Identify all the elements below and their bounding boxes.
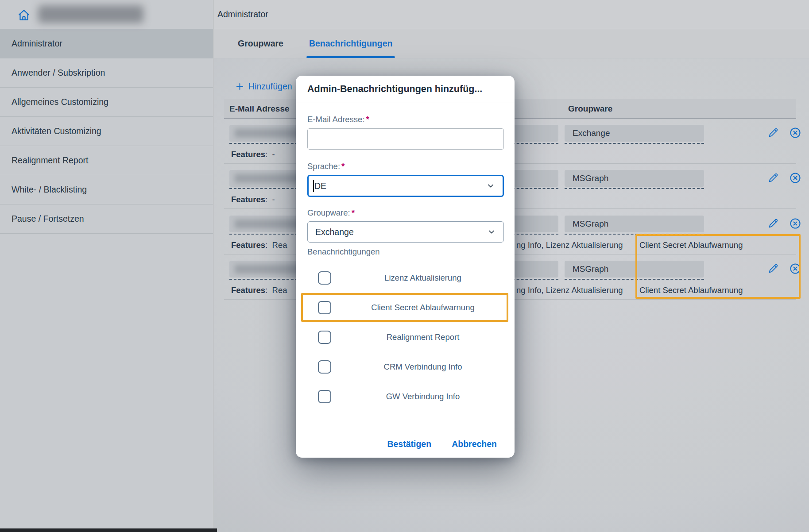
checkbox-label: Realignment Report	[337, 332, 509, 342]
tab-groupware[interactable]: Groupware	[238, 29, 283, 58]
home-icon[interactable]	[17, 8, 31, 22]
page-header: Administrator	[214, 0, 809, 29]
edit-icon[interactable]	[767, 172, 779, 184]
sidebar-item-anwender-subskription[interactable]: Anwender / Subskription	[0, 58, 213, 88]
highlight-box-table	[635, 234, 801, 299]
window-bottom-strip	[0, 528, 217, 532]
sidebar-item-realignment-report[interactable]: Realignment Report	[0, 146, 213, 175]
required-marker: *	[352, 208, 355, 217]
groupware-label: Groupware:*	[307, 208, 504, 218]
groupware-select-value: Exchange	[315, 227, 354, 237]
notification-option-lizenz-aktualisierung: Lizenz Aktualisierung	[307, 263, 504, 293]
required-marker: *	[366, 115, 369, 124]
edit-icon[interactable]	[767, 127, 779, 139]
features-text-fragment: ng Info, Lizenz Aktualisierung	[516, 240, 623, 250]
dialog-title: Admin-Benachrichtigungen hinzufüg...	[307, 84, 482, 95]
features-text: Features: -	[231, 195, 275, 204]
column-header-email: E-Mail Adresse	[229, 99, 290, 119]
groupware-cell[interactable]: Exchange	[565, 125, 704, 142]
dialog-header: Admin-Benachrichtigungen hinzufüg...	[296, 76, 515, 103]
features-text: Features: Rea	[231, 285, 287, 295]
features-text: Features: Rea	[231, 240, 287, 250]
groupware-cell-underline	[565, 188, 704, 189]
checkbox-label: GW Verbindung Info	[337, 392, 509, 401]
delete-icon[interactable]	[789, 127, 801, 139]
groupware-cell[interactable]: MSGraph	[565, 170, 704, 187]
required-marker: *	[341, 162, 345, 171]
notification-option-gw-verbindung-info: GW Verbindung Info	[307, 382, 504, 411]
chevron-down-icon	[488, 228, 495, 236]
notification-option-crm-verbindung-info: CRM Verbindung Info	[307, 352, 504, 382]
cancel-button[interactable]: Abbrechen	[452, 439, 497, 449]
features-text-fragment: ng Info, Lizenz Aktualisierung	[516, 285, 623, 295]
checkbox-lizenz-aktualisierung[interactable]	[318, 271, 331, 285]
checkbox-gw-verbindung-info[interactable]	[318, 390, 331, 403]
notifications-section-label: Benachrichtigungen	[307, 247, 504, 257]
sidebar-item-pause-fortsetzen[interactable]: Pause / Fortsetzen	[0, 204, 213, 234]
app-window: AdministratorAnwender / SubskriptionAllg…	[0, 0, 809, 532]
sidebar-nav: AdministratorAnwender / SubskriptionAllg…	[0, 29, 213, 234]
sidebar-item-white-blacklisting[interactable]: White- / Blacklisting	[0, 175, 213, 204]
language-select-value: DE	[314, 181, 326, 191]
text-cursor	[313, 180, 314, 192]
email-label: E-Mail Adresse:*	[307, 115, 504, 124]
sidebar-header	[0, 0, 213, 29]
add-button-label: Hinzufügen	[248, 81, 292, 92]
notification-option-client-secret-ablaufwarnung: Client Secret Ablaufwarnung	[307, 293, 504, 322]
delete-icon[interactable]	[789, 217, 801, 230]
chevron-down-icon	[487, 182, 495, 190]
checkbox-crm-verbindung-info[interactable]	[318, 360, 331, 374]
dialog-body: E-Mail Adresse:* Sprache:* DE Groupware:…	[296, 103, 515, 430]
tab-bar: GroupwareBenachrichtigungen	[214, 29, 809, 58]
sidebar-item-allgemeines-customizing[interactable]: Allgemeines Customizing	[0, 88, 213, 117]
checkbox-label: Lizenz Aktualisierung	[337, 273, 509, 283]
sidebar-item-aktivit-ten-customizing[interactable]: Aktivitäten Customizing	[0, 117, 213, 146]
language-select[interactable]: DE	[307, 175, 504, 197]
sidebar-item-administrator[interactable]: Administrator	[0, 29, 213, 58]
checkbox-label: Client Secret Ablaufwarnung	[337, 303, 509, 312]
email-field[interactable]	[307, 128, 504, 150]
page-title: Administrator	[217, 9, 268, 19]
checkbox-label: CRM Verbindung Info	[337, 362, 509, 372]
language-label: Sprache:*	[307, 162, 504, 171]
tab-benachrichtigungen[interactable]: Benachrichtigungen	[309, 29, 393, 58]
features-text: Features: -	[231, 150, 275, 159]
notification-option-realignment-report: Realignment Report	[307, 322, 504, 352]
app-title-redacted	[38, 5, 143, 23]
groupware-cell-underline	[565, 143, 704, 144]
edit-icon[interactable]	[767, 217, 779, 230]
confirm-button[interactable]: Bestätigen	[387, 439, 431, 449]
sidebar: AdministratorAnwender / SubskriptionAllg…	[0, 0, 213, 532]
groupware-cell[interactable]: MSGraph	[565, 216, 704, 232]
dialog-footer: Bestätigen Abbrechen	[296, 430, 515, 458]
checkbox-client-secret-ablaufwarnung[interactable]	[318, 301, 331, 314]
checkbox-realignment-report[interactable]	[318, 331, 331, 344]
add-button[interactable]: Hinzufügen	[235, 81, 292, 92]
groupware-select[interactable]: Exchange	[307, 221, 504, 243]
column-header-groupware: Groupware	[568, 99, 612, 119]
delete-icon[interactable]	[789, 172, 801, 184]
plus-icon	[235, 82, 244, 91]
add-admin-notifications-dialog: Admin-Benachrichtigungen hinzufüg... E-M…	[296, 76, 515, 458]
notification-checkbox-list: Lizenz AktualisierungClient Secret Ablau…	[307, 263, 504, 411]
